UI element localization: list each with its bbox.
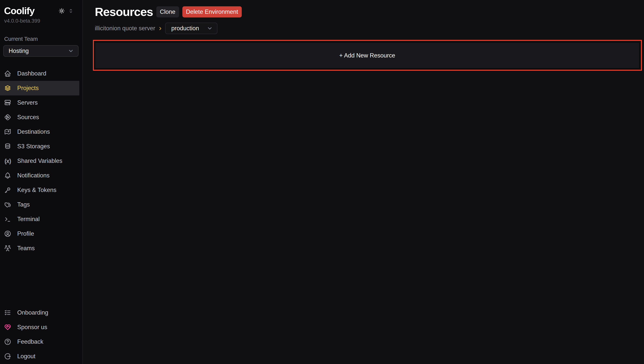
page-header: Resources Clone Delete Environment <box>83 0 644 18</box>
terminal-icon <box>4 216 11 223</box>
sidebar-item-sponsor[interactable]: Sponsor us <box>0 320 79 334</box>
delete-environment-button[interactable]: Delete Environment <box>182 6 242 18</box>
map-icon <box>4 128 11 136</box>
add-new-resource-label: + Add New Resource <box>339 52 395 59</box>
database-icon <box>4 143 11 150</box>
sidebar-item-servers[interactable]: Servers <box>0 96 79 110</box>
sidebar-item-label: Servers <box>17 99 38 106</box>
server-icon <box>4 99 11 106</box>
sidebar-footer-nav: Onboarding Sponsor us Feedback Logout <box>0 306 82 364</box>
add-new-resource-box[interactable]: + Add New Resource <box>95 42 640 68</box>
sidebar-item-label: Profile <box>17 230 34 237</box>
sidebar-item-terminal[interactable]: Terminal <box>0 212 79 226</box>
clone-button[interactable]: Clone <box>156 6 179 18</box>
environment-select[interactable]: production <box>165 22 218 34</box>
sidebar-item-keys-tokens[interactable]: Keys & Tokens <box>0 183 79 197</box>
sidebar-item-label: Sources <box>17 114 39 121</box>
sidebar-item-label: S3 Storages <box>17 143 50 150</box>
sidebar-item-label: Sponsor us <box>17 324 47 331</box>
sidebar-item-label: Dashboard <box>17 70 46 77</box>
chevron-up-down-icon[interactable] <box>68 8 74 14</box>
sidebar-item-destinations[interactable]: Destinations <box>0 124 79 139</box>
sidebar-item-onboarding[interactable]: Onboarding <box>0 306 79 320</box>
chevron-down-icon <box>207 25 213 32</box>
app-logo: Coolify <box>4 5 34 16</box>
users-group-icon <box>4 245 11 252</box>
chevron-down-icon <box>68 48 74 54</box>
sidebar-item-notifications[interactable]: Notifications <box>0 168 79 183</box>
sidebar-item-label: Destinations <box>17 128 50 135</box>
app-version: v4.0.0-beta.399 <box>0 18 82 24</box>
sidebar-item-teams[interactable]: Teams <box>0 241 79 256</box>
sidebar-item-label: Tags <box>17 201 30 208</box>
team-select-value: Hosting <box>8 48 29 54</box>
sidebar-item-feedback[interactable]: Feedback <box>0 334 79 349</box>
tags-icon <box>4 201 11 208</box>
bell-icon <box>4 172 11 179</box>
sidebar-item-label: Shared Variables <box>17 158 62 164</box>
sidebar-item-s3-storages[interactable]: S3 Storages <box>0 139 79 154</box>
sidebar-item-label: Teams <box>17 245 35 252</box>
current-team-label: Current Team <box>0 36 82 42</box>
sidebar-nav: Dashboard Projects Servers Sources Desti… <box>0 66 82 256</box>
page-title: Resources <box>95 6 153 18</box>
key-icon <box>4 186 11 194</box>
sidebar-header: Coolify <box>0 0 82 16</box>
sidebar-item-sources[interactable]: Sources <box>0 110 79 124</box>
breadcrumb-project-link[interactable]: illicitonion quote server <box>95 25 155 32</box>
sidebar-item-dashboard[interactable]: Dashboard <box>0 66 79 81</box>
git-source-icon <box>4 114 11 121</box>
sidebar-item-logout[interactable]: Logout <box>0 349 79 364</box>
coolify-app: Coolify v4.0.0-beta.399 Current Team Hos… <box>0 0 644 364</box>
sidebar-item-label: Onboarding <box>17 309 48 316</box>
layers-icon <box>4 84 11 92</box>
sidebar-item-profile[interactable]: Profile <box>0 226 79 241</box>
home-icon <box>4 70 11 77</box>
sidebar-item-label: Keys & Tokens <box>17 186 56 194</box>
chevron-right-icon <box>158 26 163 31</box>
sidebar-item-label: Logout <box>17 353 36 360</box>
heart-handshake-icon <box>4 324 11 331</box>
logout-icon <box>4 353 11 360</box>
sidebar-item-label: Terminal <box>17 216 40 222</box>
variables-icon: (x) <box>4 158 11 164</box>
sidebar-item-label: Feedback <box>17 338 43 345</box>
sun-icon[interactable] <box>58 8 65 14</box>
sidebar-item-label: Projects <box>17 85 39 92</box>
checklist-icon <box>4 309 11 316</box>
sidebar-item-label: Notifications <box>17 172 50 179</box>
sidebar-item-shared-variables[interactable]: (x) Shared Variables <box>0 154 79 168</box>
sidebar: Coolify v4.0.0-beta.399 Current Team Hos… <box>0 0 83 364</box>
user-circle-icon <box>4 230 11 237</box>
team-select[interactable]: Hosting <box>3 45 78 57</box>
breadcrumb: illicitonion quote server production <box>95 22 644 34</box>
environment-select-value: production <box>171 25 199 32</box>
sidebar-item-projects[interactable]: Projects <box>0 81 79 96</box>
help-circle-icon <box>4 338 11 346</box>
sidebar-item-tags[interactable]: Tags <box>0 197 79 212</box>
